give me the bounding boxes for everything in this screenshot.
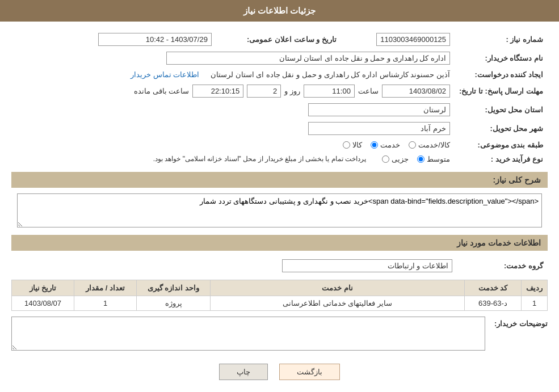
contact-link[interactable]: اطلاعات تماس خریدار <box>131 70 199 79</box>
service-group-label: گروه خدمت: <box>457 256 548 275</box>
remaining-days-label: روز و <box>284 87 300 95</box>
remaining-time-value: 22:10:15 <box>192 85 243 98</box>
col-unit: واحد اندازه گیری <box>137 280 211 296</box>
col-quantity: تعداد / مقدار <box>74 280 137 296</box>
purchase-type-label: نوع فرآیند خرید : <box>455 152 548 166</box>
subject-label: طبقه بندی موضوعی: <box>455 138 548 152</box>
col-row: ردیف <box>522 280 548 296</box>
remaining-time-label: ساعت باقی مانده <box>134 87 189 95</box>
buyer-org-value: اداره کل راهداری و حمل و نقل جاده ای است… <box>166 52 450 65</box>
description-section-title: شرح کلی نیاز: <box>11 172 548 188</box>
buttons-row: بازگشت چاپ <box>11 364 548 380</box>
col-code: کد خدمت <box>465 280 522 296</box>
buyer-remarks-textarea[interactable] <box>11 317 485 351</box>
page-header: جزئیات اطلاعات نیاز <box>0 0 559 22</box>
buyer-org-label: نام دستگاه خریدار: <box>455 49 548 68</box>
header-title: جزئیات اطلاعات نیاز <box>243 6 316 15</box>
back-button[interactable]: بازگشت <box>279 364 340 380</box>
announcement-datetime-label: تاریخ و ساعت اعلان عمومی: <box>216 30 341 49</box>
subject-khedmat[interactable]: خدمت <box>371 141 400 149</box>
table-row: 1د-63-639سایر فعالیتهای خدماتی اطلاعرسان… <box>12 296 548 311</box>
need-number-label: شماره نیاز : <box>455 30 548 49</box>
delivery-province-value: لرستان <box>308 103 450 116</box>
remarks-label: توضیحات خریدار: <box>491 317 548 328</box>
col-date: تاریخ نیاز <box>12 280 74 296</box>
requester-label: ایجاد کننده درخواست: <box>455 68 548 82</box>
services-section-title: اطلاعات خدمات مورد نیاز <box>11 235 548 251</box>
reply-deadline-label: مهلت ارسال پاسخ: تا تاریخ: <box>455 82 548 100</box>
subject-kala[interactable]: کالا <box>343 141 362 149</box>
description-textarea[interactable]: <span data-bind="fields.description_valu… <box>17 193 542 227</box>
delivery-city-label: شهر محل تحویل: <box>455 119 548 138</box>
col-name: نام خدمت <box>211 280 465 296</box>
reply-date-value: 1403/08/02 <box>382 85 450 98</box>
purchase-type-note: پرداخت تمام یا بخشی از مبلغ خریدار از مح… <box>153 155 366 163</box>
reply-time-value: 11:00 <box>304 85 355 98</box>
purchase-type-mutavasit[interactable]: متوسط <box>417 155 450 163</box>
announcement-datetime-value: 1403/07/29 - 10:42 <box>98 33 212 46</box>
delivery-province-label: استان محل تحویل: <box>455 100 548 119</box>
reply-time-label: ساعت <box>358 87 379 95</box>
remarks-section: توضیحات خریدار: <box>11 317 548 352</box>
subject-kala-service[interactable]: کالا/خدمت <box>409 141 450 149</box>
delivery-city-value: خرم آباد <box>308 122 450 135</box>
services-table: ردیف کد خدمت نام خدمت واحد اندازه گیری ت… <box>11 280 548 311</box>
need-number-value: 1103003469000125 <box>376 33 450 46</box>
requester-value: آذین حسنوند کارشناس اداره کل راهداری و ح… <box>211 70 450 79</box>
remaining-days-value: 2 <box>247 85 281 98</box>
service-group-value: اطلاعات و ارتباطات <box>282 259 452 272</box>
print-button[interactable]: چاپ <box>219 364 268 380</box>
purchase-type-jozii[interactable]: جزیی <box>382 155 409 163</box>
